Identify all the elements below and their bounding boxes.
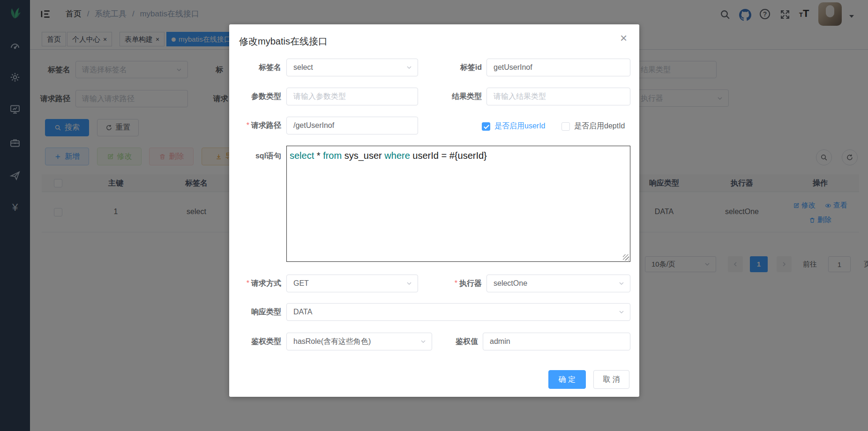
tag-name-label: 标签名 — [229, 59, 281, 76]
edit-mybatis-dialog: 修改mybatis在线接口 × 标签名 select 标签id 参数类型 结果类… — [229, 24, 639, 397]
checkbox-unchecked-icon[interactable] — [561, 122, 570, 131]
request-path-label: *请求路径 — [229, 117, 281, 134]
request-method-label: *请求方式 — [229, 275, 281, 292]
request-path-input[interactable] — [286, 117, 418, 134]
request-method-select[interactable]: GET — [286, 275, 418, 292]
sql-code-line: select * from sys_user where userId = #{… — [290, 149, 627, 163]
chevron-down-icon — [619, 309, 624, 315]
confirm-button[interactable]: 确 定 — [548, 370, 586, 389]
chevron-down-icon — [420, 339, 426, 344]
result-type-input[interactable] — [486, 88, 630, 105]
result-type-label: 结果类型 — [430, 88, 482, 105]
checkbox-checked-icon[interactable] — [482, 122, 490, 131]
auth-type-label: 鉴权类型 — [229, 333, 281, 350]
enable-deptid-checkbox[interactable]: 是否启用deptId — [561, 121, 625, 131]
param-type-label: 参数类型 — [229, 88, 281, 105]
param-type-input[interactable] — [286, 88, 418, 105]
auth-type-select[interactable]: hasRole(含有这些角色) — [286, 333, 432, 350]
sql-editor[interactable]: select * from sys_user where userId = #{… — [286, 146, 630, 262]
close-icon[interactable]: × — [618, 30, 629, 46]
resize-handle[interactable] — [623, 254, 629, 260]
auth-value-label: 鉴权值 — [426, 333, 478, 350]
tag-id-label: 标签id — [430, 59, 482, 76]
enable-userid-checkbox[interactable]: 是否启用userId — [482, 121, 545, 131]
chevron-down-icon — [406, 281, 412, 286]
tag-name-select[interactable]: select — [286, 59, 418, 76]
executor-select[interactable]: selectOne — [486, 275, 630, 292]
executor-label: *执行器 — [430, 275, 482, 292]
auth-value-input[interactable] — [483, 333, 630, 350]
sql-label: sql语句 — [229, 147, 281, 165]
response-type-select[interactable]: DATA — [286, 303, 630, 321]
dialog-title: 修改mybatis在线接口 — [239, 35, 328, 48]
cancel-button[interactable]: 取 消 — [593, 370, 629, 389]
response-type-label: 响应类型 — [229, 303, 281, 321]
chevron-down-icon — [406, 65, 412, 70]
chevron-down-icon — [619, 281, 624, 286]
tag-id-input[interactable] — [486, 59, 630, 76]
